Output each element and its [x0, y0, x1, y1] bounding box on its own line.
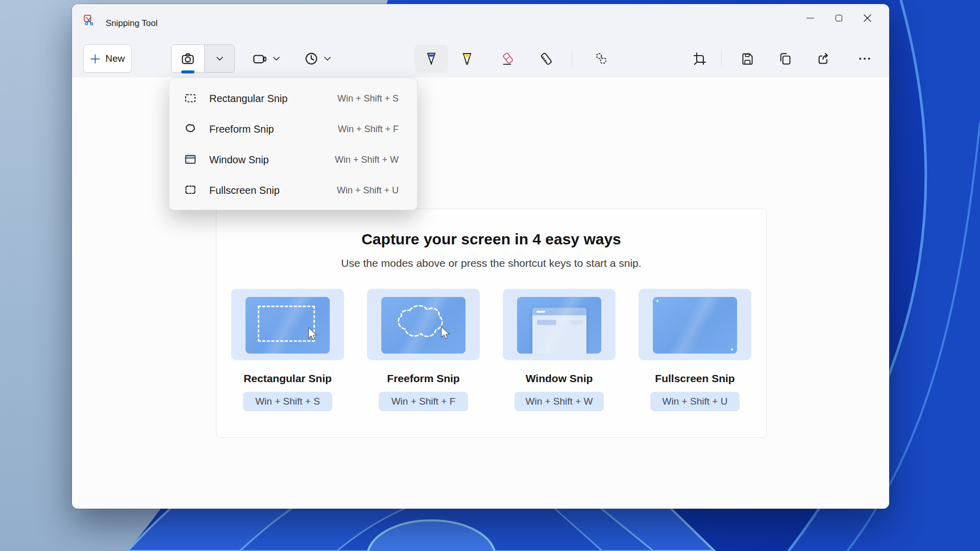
ballpoint-pen-icon [424, 51, 439, 66]
menu-item-label: Rectangular Snip [209, 93, 287, 105]
dashed-freeform-shape [390, 302, 455, 348]
delay-button[interactable] [301, 47, 334, 70]
fullscreen-snip-illustration [639, 289, 751, 360]
mode-cards: Rectangular Snip Win + Shift + S Freefor [216, 289, 766, 411]
menu-item-shortcut: Win + Shift + S [337, 93, 399, 104]
cursor-icon [438, 325, 452, 341]
menu-item-fullscreen-snip[interactable]: Fullscreen Snip Win + Shift + U [169, 175, 417, 206]
maximize-icon [836, 15, 842, 21]
clock-icon [304, 51, 319, 66]
share-icon [816, 52, 830, 66]
shapes-icon [594, 52, 608, 66]
copy-button[interactable] [770, 45, 800, 72]
rectangular-snip-illustration [231, 289, 344, 360]
card-label: Window Snip [526, 372, 593, 385]
maximize-button[interactable] [824, 7, 853, 29]
menu-item-freeform-snip[interactable]: Freeform Snip Win + Shift + F [169, 114, 417, 144]
mini-window-graphic [532, 308, 586, 354]
menu-item-window-snip[interactable]: Window Snip Win + Shift + W [169, 144, 417, 175]
cursor-icon [306, 327, 319, 342]
card-shortcut: Win + Shift + U [650, 392, 740, 411]
highlighter-icon [459, 51, 475, 66]
snip-mode-dropdown-button[interactable] [205, 45, 234, 72]
titlebar: Snipping Tool [72, 4, 889, 35]
panel-heading: Capture your screen in 4 easy ways [216, 230, 766, 249]
eraser-icon [501, 52, 516, 66]
menu-item-shortcut: Win + Shift + U [337, 185, 399, 196]
card-label: Freeform Snip [387, 372, 459, 385]
video-camera-icon [252, 51, 268, 66]
menu-item-rectangular-snip[interactable]: Rectangular Snip Win + Shift + S [169, 83, 417, 114]
freeform-snip-illustration [367, 289, 480, 360]
plus-icon [90, 54, 101, 64]
card-freeform-snip: Freeform Snip Win + Shift + F [367, 289, 480, 411]
rectangular-snip-icon [184, 92, 197, 105]
fullscreen-snip-icon [184, 184, 197, 197]
card-rectangular-snip: Rectangular Snip Win + Shift + S [231, 289, 344, 411]
copy-icon [778, 52, 792, 66]
chevron-down-icon [273, 57, 280, 61]
card-window-snip: Window Snip Win + Shift + W [503, 289, 616, 411]
close-icon [863, 14, 872, 22]
selected-mode-indicator [181, 70, 194, 73]
panel-subheading: Use the modes above or press the shortcu… [216, 257, 766, 269]
snipping-tool-logo-icon [83, 14, 95, 26]
card-fullscreen-snip: Fullscreen Snip Win + Shift + U [639, 289, 751, 411]
shapes-tool-button[interactable] [586, 45, 617, 72]
menu-item-label: Freeform Snip [209, 123, 274, 135]
window-chrome: Snipping Tool [72, 4, 889, 77]
snip-mode-split-button [171, 44, 235, 73]
save-button[interactable] [732, 45, 763, 72]
toolbar-separator [572, 51, 572, 67]
new-snip-button[interactable]: New [83, 44, 132, 73]
save-icon [740, 52, 754, 66]
pen-tool-button[interactable] [414, 45, 448, 72]
card-label: Fullscreen Snip [655, 372, 734, 385]
share-button[interactable] [808, 45, 839, 72]
window-snip-illustration [503, 289, 616, 360]
record-mode-button[interactable] [249, 47, 283, 70]
new-label: New [105, 53, 125, 64]
more-ellipsis-icon [857, 52, 872, 66]
crop-icon [693, 52, 707, 66]
window-controls [796, 7, 881, 29]
card-shortcut: Win + Shift + F [379, 392, 468, 411]
minimize-icon [806, 18, 814, 18]
card-label: Rectangular Snip [243, 372, 332, 385]
card-shortcut: Win + Shift + W [514, 392, 604, 411]
more-options-button[interactable] [849, 45, 880, 72]
chevron-down-icon [216, 57, 223, 61]
menu-item-label: Window Snip [209, 154, 269, 166]
window-snip-icon [184, 153, 197, 166]
ruler-icon [539, 52, 554, 66]
card-shortcut: Win + Shift + S [243, 392, 332, 411]
close-button[interactable] [853, 7, 881, 29]
highlighter-tool-button[interactable] [450, 45, 484, 72]
snip-mode-button[interactable] [172, 45, 205, 72]
menu-item-label: Fullscreen Snip [209, 185, 280, 196]
toolbar-separator [721, 51, 722, 67]
chevron-down-icon [324, 57, 331, 61]
snipping-tool-window: Snipping Tool [72, 4, 889, 509]
window-title: Snipping Tool [106, 18, 158, 29]
menu-item-shortcut: Win + Shift + F [338, 124, 399, 135]
toolbar: New [72, 44, 889, 73]
freeform-snip-icon [184, 122, 197, 136]
menu-item-shortcut: Win + Shift + W [335, 155, 399, 165]
crop-button[interactable] [684, 45, 715, 72]
snip-mode-menu: Rectangular Snip Win + Shift + S Freefor… [169, 78, 418, 210]
ruler-tool-button[interactable] [529, 45, 563, 72]
capture-help-panel: Capture your screen in 4 easy ways Use t… [216, 209, 767, 438]
camera-icon [180, 51, 195, 66]
eraser-tool-button[interactable] [491, 45, 525, 72]
minimize-button[interactable] [796, 7, 824, 29]
